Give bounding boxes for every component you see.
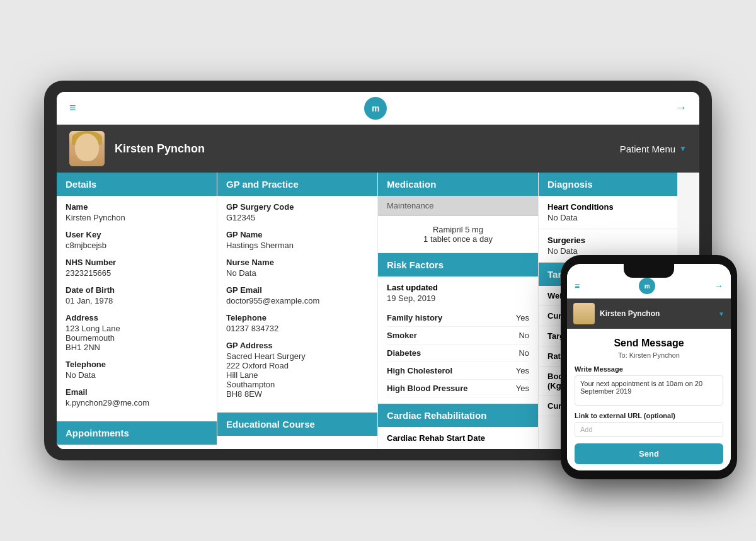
medication-tab[interactable]: Maintenance — [378, 196, 538, 216]
field-nhs-number: NHS Number 2323215665 — [66, 258, 208, 278]
link-input[interactable]: Add — [575, 422, 723, 437]
field-address: Address 123 Long LaneBournemouthBH1 2NN — [66, 313, 208, 352]
hamburger-icon[interactable]: ≡ — [69, 101, 76, 115]
top-nav: ≡ m → — [57, 92, 699, 125]
risk-last-updated-value: 19 Sep, 2019 — [387, 293, 529, 303]
risk-smoker: Smoker No — [387, 327, 529, 345]
details-column: Details Name Kirsten Pynchon User Key c8… — [57, 173, 217, 449]
dropdown-arrow-icon: ▼ — [679, 144, 687, 153]
field-email: Email k.pynchon29@me.com — [66, 387, 208, 407]
risk-factors-body: Last updated 19 Sep, 2019 Family history… — [378, 276, 538, 404]
cardiac-rehab-header[interactable]: Cardiac Rehabilitation — [378, 404, 538, 427]
risk-factors-header: Risk Factors — [378, 253, 538, 276]
medication-column: Medication Maintenance Ramipril 5 mg 1 t… — [378, 173, 539, 449]
cardiac-start-date-label: Cardiac Rehab Start Date — [387, 433, 529, 443]
phone: ≡ m → Kirsten Pynchon ▼ Send Message To:… — [561, 255, 737, 479]
educational-course-header[interactable]: Educational Course — [217, 413, 377, 436]
patient-header: Kirsten Pynchon Patient Menu ▼ — [57, 125, 699, 173]
phone-patient-name: Kirsten Pynchon — [600, 309, 713, 318]
medication-drug: Ramipril 5 mg — [387, 225, 529, 234]
send-message-title: Send Message — [575, 338, 723, 349]
send-button[interactable]: Send — [575, 443, 723, 464]
details-header: Details — [57, 173, 217, 196]
scene: ≡ m → Kirsten Pynchon Patient Menu ▼ — [32, 68, 724, 473]
field-gp-name: GP Name Hastings Sherman — [226, 230, 369, 250]
phone-logout-icon[interactable]: → — [714, 281, 723, 291]
medication-header: Medication — [378, 173, 538, 196]
message-content[interactable]: Your next appointment is at 10am on 20 S… — [575, 375, 723, 406]
field-nurse-name: Nurse Name No Data — [226, 258, 369, 278]
phone-dropdown-arrow-icon[interactable]: ▼ — [718, 310, 724, 317]
message-recipient: To: Kirsten Pynchon — [575, 351, 723, 359]
field-name: Name Kirsten Pynchon — [66, 202, 208, 222]
phone-hamburger-icon[interactable]: ≡ — [575, 281, 580, 291]
phone-notch — [624, 264, 674, 278]
appointments-header[interactable]: Appointments — [57, 421, 217, 445]
cardiac-rehab-body: Cardiac Rehab Start Date — [378, 427, 538, 449]
phone-nav-logo: m — [639, 278, 655, 294]
logout-icon[interactable]: → — [675, 101, 687, 115]
nav-logo: m — [364, 97, 387, 120]
field-gp-email: GP Email doctor955@example.com — [226, 285, 369, 305]
risk-diabetes: Diabetes No — [387, 345, 529, 362]
phone-overlay: ≡ m → Kirsten Pynchon ▼ Send Message To:… — [561, 255, 737, 479]
gp-header: GP and Practice — [217, 173, 377, 196]
phone-patient-header: Kirsten Pynchon ▼ — [567, 299, 731, 329]
field-dob: Date of Birth 01 Jan, 1978 — [66, 285, 208, 305]
link-label: Link to external URL (optional) — [575, 412, 723, 419]
diag-heart-conditions: Heart Conditions No Data — [539, 196, 677, 229]
field-gp-address: GP Address Sacred Heart Surgery222 Oxfor… — [226, 341, 369, 399]
field-user-key: User Key c8mjbcejsb — [66, 230, 208, 250]
diagnosis-header: Diagnosis — [539, 173, 677, 196]
patient-menu-button[interactable]: Patient Menu ▼ — [620, 144, 687, 154]
field-surgery-code: GP Surgery Code G12345 — [226, 202, 369, 222]
gp-body: GP Surgery Code G12345 GP Name Hastings … — [217, 196, 377, 413]
risk-family-history: Family history Yes — [387, 309, 529, 327]
risk-high-cholesterol: High Cholesterol Yes — [387, 362, 529, 380]
field-gp-telephone: Telephone 01237 834732 — [226, 313, 369, 333]
risk-last-updated-label: Last updated — [387, 283, 529, 292]
medication-instruction: 1 tablet once a day — [387, 234, 529, 244]
field-telephone: Telephone No Data — [66, 360, 208, 380]
phone-avatar — [573, 303, 595, 324]
patient-name: Kirsten Pynchon — [115, 142, 610, 156]
phone-screen: ≡ m → Kirsten Pynchon ▼ Send Message To:… — [567, 264, 731, 470]
details-body: Name Kirsten Pynchon User Key c8mjbcejsb… — [57, 196, 217, 421]
phone-message-area: Send Message To: Kirsten Pynchon Write M… — [567, 329, 731, 470]
medication-body: Ramipril 5 mg 1 tablet once a day — [378, 216, 538, 253]
gp-column: GP and Practice GP Surgery Code G12345 G… — [217, 173, 378, 449]
write-message-label: Write Message — [575, 365, 723, 373]
risk-high-blood-pressure: High Blood Pressure Yes — [387, 380, 529, 397]
avatar — [69, 131, 105, 166]
